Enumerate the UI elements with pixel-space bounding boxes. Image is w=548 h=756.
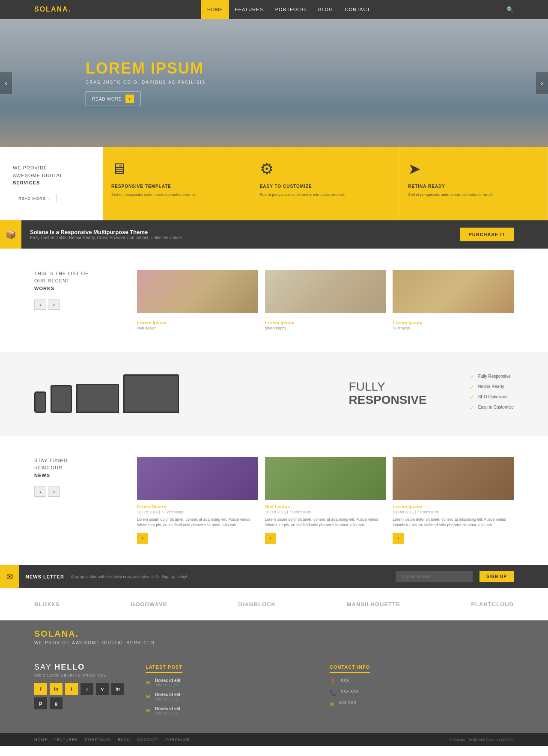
footer-post-2: ✉ Donec id elit July 10, 2016: [146, 706, 330, 715]
social-vimeo[interactable]: v: [96, 683, 109, 695]
service-icon-1: ⚙: [260, 160, 391, 178]
news-grid: Craes Nustre 10 Oct 2016 | 7 Comments Lo…: [137, 457, 514, 544]
footer-main: SAY HELLO WE'D LOVE HEARING FROM YOU f i…: [0, 654, 548, 733]
footer-tagline: WE PROVIDE AWESOME DIGITAL SERVICES: [34, 640, 514, 654]
news-item-0: Craes Nustre 10 Oct 2016 | 7 Comments Lo…: [137, 457, 258, 544]
footer-nav-features[interactable]: FEATURES: [54, 738, 78, 742]
navbar: SOLANA. HOME FEATURES PORTFOLIO BLOG CON…: [0, 0, 548, 19]
works-title: THIS IS THE LIST OF OUR RECENT WORKS ‹ ›: [34, 270, 120, 330]
works-prev-button[interactable]: ‹: [34, 299, 46, 310]
service-icon-2: ➤: [408, 160, 539, 178]
hero-section: ‹ LOREM IPSUM CRAS JUSTO ODIO, DAPIBUS A…: [0, 19, 548, 147]
social-music[interactable]: ♪: [80, 683, 93, 695]
news-item-2: Lorem Ipsum 10 Oct 2016 | 7 Comments Lor…: [393, 457, 514, 544]
footer-nav-home[interactable]: HOME: [34, 738, 48, 742]
nav-contact[interactable]: CONTACT: [339, 0, 376, 19]
footer-logo: SOLANA.: [34, 629, 514, 639]
work-item-0: Lorem Ipsum web design: [137, 270, 258, 330]
work-thumb-0: [137, 270, 258, 313]
tablet-device: [51, 385, 72, 413]
hero-prev-button[interactable]: ‹: [0, 72, 12, 94]
footer-nav-purchase[interactable]: PURCHASE: [165, 738, 190, 742]
mobile-device: [34, 391, 46, 413]
nav-blog[interactable]: BLOG: [312, 0, 339, 19]
footer-nav: HOME FEATURES PORTFOLIO BLOG CONTACT PUR…: [34, 738, 190, 742]
post-icon-0: ✉: [146, 679, 151, 686]
contact-info-section: CONTACT INFO 📍 XXX 📞 XXX XXX ✉ XXX XXX: [330, 663, 514, 720]
purchase-button[interactable]: PURCHASE IT: [460, 228, 514, 241]
service-card-1: ⚙ EASY TO CUSTOMIZE Sed ut perspiciatis …: [251, 147, 400, 220]
news-section: STAY TUNED. READ OUR NEWS ‹ › Craes Nust…: [0, 436, 548, 565]
news-title: STAY TUNED. READ OUR NEWS ‹ ›: [34, 457, 120, 544]
post-icon-2: ✉: [146, 707, 151, 714]
desktop-device: [123, 374, 179, 413]
say-hello-subtext: WE'D LOVE HEARING FROM YOU: [34, 673, 128, 678]
services-text: WE PROVIDE AWESOME DIGITAL SERVICES READ…: [0, 147, 103, 220]
check-icon-2: ✓: [470, 394, 475, 400]
newsletter-signup-button[interactable]: SIGN UP: [480, 571, 514, 582]
footer-nav-blog[interactable]: BLOG: [118, 738, 130, 742]
devices-illustration: [34, 374, 323, 413]
services-read-more-button[interactable]: READ MORE ›: [13, 194, 57, 203]
partner-0: BLOXXS: [34, 601, 60, 608]
partner-2: DIAGBLOCK: [238, 601, 276, 608]
footer-nav-contact[interactable]: CONTACT: [137, 738, 158, 742]
social-instagram[interactable]: in: [50, 683, 63, 695]
news-next-button[interactable]: ›: [48, 486, 60, 497]
footer-post-1: ✉ Donec id elit July 10, 2016: [146, 692, 330, 701]
post-icon-1: ✉: [146, 693, 151, 700]
social-twitter[interactable]: t: [65, 683, 78, 695]
work-item-2: Lorem Ipsum illustration: [393, 270, 514, 330]
responsive-section: FULLY RESPONSIVE ✓ Fully Responsive ✓ Re…: [0, 352, 548, 436]
hero-subtitle: CRAS JUSTO ODIO, DAPIBUS AC FACILISIS: [86, 80, 206, 85]
purchase-banner: 📦 Solana is a Responsive Multipurpose Th…: [0, 220, 548, 249]
news-arrow-2[interactable]: ›: [393, 533, 404, 544]
social-google[interactable]: g: [50, 697, 63, 709]
news-arrow-1[interactable]: ›: [265, 533, 276, 544]
phone-icon: 📞: [330, 690, 336, 696]
social-facebook[interactable]: f: [34, 683, 47, 695]
purchase-text: Solana is a Responsive Multipurpose Them…: [30, 229, 460, 240]
contact-item-1: 📞 XXX XXX: [330, 689, 514, 696]
social-linkedin[interactable]: in: [111, 683, 124, 695]
services-arrow-icon: ›: [49, 196, 51, 201]
newsletter-email-input[interactable]: [396, 571, 473, 582]
location-icon: 📍: [330, 679, 336, 685]
partner-1: GOODWAVE: [131, 601, 167, 608]
partner-4: plantcloud: [471, 601, 514, 608]
latest-post-title: LATEST POST: [146, 664, 182, 673]
hero-next-button[interactable]: ›: [536, 72, 548, 94]
search-icon[interactable]: 🔍: [506, 6, 514, 13]
social-icons: f in t ♪ v in 𝕡 g: [34, 683, 128, 709]
news-prev-button[interactable]: ‹: [34, 486, 46, 497]
work-item-1: Lorem Ipsum photography: [265, 270, 386, 330]
purchase-icon: 📦: [0, 220, 21, 249]
news-arrow-0[interactable]: ›: [137, 533, 148, 544]
works-next-button[interactable]: ›: [48, 299, 60, 310]
hero-read-more-button[interactable]: READ MORE ›: [86, 92, 140, 106]
partner-3: MANSILHOUETTE: [347, 601, 400, 608]
works-grid: Lorem Ipsum web design Lorem Ipsum photo…: [137, 270, 514, 330]
nav-portfolio[interactable]: PORTFOLIO: [269, 0, 312, 19]
feature-1: ✓ Retina Ready: [470, 383, 514, 390]
news-item-1: Sed Lectus 10 Oct 2016 | 7 Comments Lore…: [265, 457, 386, 544]
nav-links: HOME FEATURES PORTFOLIO BLOG CONTACT: [201, 0, 376, 19]
news-thumb-0: [137, 457, 258, 500]
contact-item-2: ✉ XXX XXX: [330, 700, 514, 707]
nav-features[interactable]: FEATURES: [229, 0, 269, 19]
footer-post-0: ✉ Donec id elit July 10, 2016: [146, 678, 330, 687]
email-icon: ✉: [330, 701, 334, 707]
check-icon-3: ✓: [470, 404, 475, 411]
works-nav: ‹ ›: [34, 299, 120, 310]
nav-home[interactable]: HOME: [201, 0, 229, 19]
news-nav: ‹ ›: [34, 486, 120, 497]
hero-content: LOREM IPSUM CRAS JUSTO ODIO, DAPIBUS AC …: [0, 60, 206, 107]
newsletter-label: NEWS LETTER: [26, 574, 64, 579]
footer-nav-portfolio[interactable]: PORTFOLIO: [85, 738, 111, 742]
feature-0: ✓ Fully Responsive: [470, 373, 514, 380]
social-pinterest[interactable]: 𝕡: [34, 697, 47, 709]
work-thumb-1: [265, 270, 386, 313]
laptop-device: [76, 384, 119, 413]
say-hello-section: SAY HELLO WE'D LOVE HEARING FROM YOU f i…: [34, 663, 128, 720]
news-thumb-2: [393, 457, 514, 500]
